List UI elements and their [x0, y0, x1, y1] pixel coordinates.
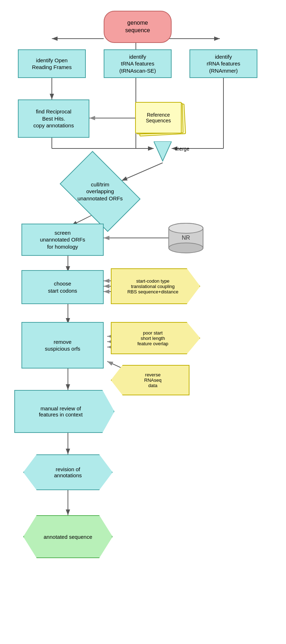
- nr-cylinder-svg: NR: [168, 222, 204, 254]
- identify-trna-label: identify tRNA features (tRNAscan-SE): [119, 53, 156, 74]
- identify-rrna-node: identify rRNA features (RNAmmer): [189, 49, 257, 78]
- poor-start-inputs-label: poor start short length feature overlap: [137, 330, 174, 346]
- start-codon-inputs-wrap: start-codon type translational coupling …: [111, 268, 200, 304]
- merge-label: merge: [175, 146, 189, 152]
- svg-point-31: [169, 243, 203, 253]
- reference-sequences-label: Reference Sequences: [146, 112, 171, 123]
- reference-sequences-wrap: Reference Sequences: [132, 102, 186, 138]
- rnaseq-data-wrap: reverse RNAseq data: [111, 365, 189, 395]
- choose-start-node: choose start codons: [21, 270, 104, 304]
- remove-suspicious-label: remove suspicious orfs: [45, 338, 80, 352]
- svg-point-32: [169, 223, 203, 233]
- revision-label: revision of annotations: [54, 466, 82, 478]
- revision-wrap: revision of annotations: [23, 454, 113, 490]
- cull-trim-node: cull/trim overlapping unannotated ORFs: [66, 168, 134, 215]
- annotated-sequence-label: annotated sequence: [44, 534, 92, 540]
- rnaseq-data-label: reverse RNAseq data: [139, 372, 161, 388]
- remove-suspicious-node: remove suspicious orfs: [21, 322, 104, 369]
- screen-unannotated-label: screen unannotated ORFs for homology: [40, 229, 85, 250]
- manual-review-label: manual review of features in context: [39, 405, 90, 418]
- manual-review-wrap: manual review of features in context: [14, 390, 114, 433]
- genome-sequence-label: genome sequence: [125, 19, 150, 34]
- start-codon-inputs-label: start-codon type translational coupling …: [127, 278, 184, 294]
- merge-funnel-wrap: [154, 141, 172, 163]
- genome-sequence-node: genome sequence: [104, 11, 172, 43]
- flowchart: genome sequence identify Open Reading Fr…: [0, 0, 286, 644]
- identify-orfs-node: identify Open Reading Frames: [18, 49, 86, 78]
- svg-marker-28: [154, 141, 172, 161]
- find-rbh-label: find Reciprocal Best Hits. copy annotati…: [33, 108, 74, 129]
- identify-orfs-label: identify Open Reading Frames: [32, 57, 72, 71]
- find-rbh-node: find Reciprocal Best Hits. copy annotati…: [18, 99, 89, 138]
- identify-trna-node: identify tRNA features (tRNAscan-SE): [104, 49, 172, 78]
- merge-funnel-svg: [154, 141, 172, 163]
- annotated-sequence-wrap: annotated sequence: [23, 515, 113, 558]
- svg-text:NR: NR: [182, 235, 190, 241]
- identify-rrna-label: identify rRNA features (RNAmmer): [207, 53, 240, 74]
- choose-start-label: choose start codons: [48, 280, 77, 294]
- poor-start-inputs-wrap: poor start short length feature overlap: [111, 322, 200, 354]
- cull-trim-label: cull/trim overlapping unannotated ORFs: [76, 179, 125, 204]
- screen-unannotated-node: screen unannotated ORFs for homology: [21, 224, 104, 256]
- nr-db-wrap: NR: [168, 222, 204, 254]
